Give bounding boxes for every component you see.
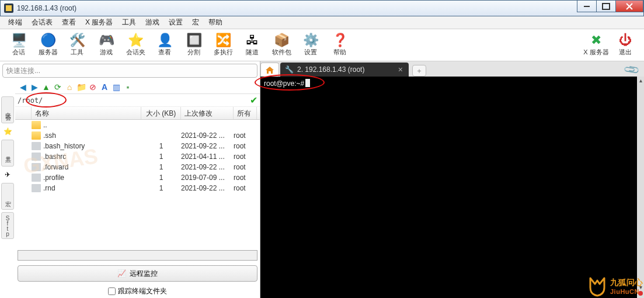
scroll-down-icon[interactable]: ▾ — [639, 283, 642, 291]
sidetab-icon-1[interactable]: ✈ — [1, 169, 14, 181]
menu-6[interactable]: 设置 — [164, 16, 187, 29]
file-row-5[interactable]: .profile12019-07-09 ...root — [15, 172, 260, 183]
ok-icon: ✔ — [250, 95, 257, 106]
col-owner[interactable]: 所有 — [234, 107, 257, 119]
track-folder-row[interactable]: 跟踪终端文件夹 — [15, 284, 260, 298]
file-owner: root — [234, 174, 257, 182]
terminal-scrollbar[interactable]: ▴ ▾ — [637, 77, 644, 298]
col-size[interactable]: 大小 (KB) — [141, 107, 181, 119]
track-folder-checkbox[interactable] — [108, 287, 116, 295]
menu-1[interactable]: 会话表 — [27, 16, 57, 29]
horizontal-scrollbar[interactable] — [18, 250, 257, 261]
file-owner: root — [234, 153, 257, 161]
toolbar-分割[interactable]: 🔲分割 — [180, 30, 208, 60]
toolbar-隧道[interactable]: 🖧隧道 — [238, 30, 266, 60]
toolbar-icon-11: ❓ — [332, 34, 348, 47]
sftp-file-list[interactable]: ...ssh2021-09-22 ...root.bash_history120… — [15, 120, 260, 248]
toolbar-label-11: 帮助 — [333, 48, 346, 57]
menu-0[interactable]: 终端 — [4, 16, 27, 29]
remote-monitor-button[interactable]: 📈 远程监控 — [18, 265, 257, 282]
refresh-icon[interactable]: ⟳ — [53, 82, 63, 92]
sidetab-会话夹[interactable]: 会话夹 — [1, 96, 14, 123]
scroll-up-icon[interactable]: ▴ — [639, 77, 642, 84]
tab-close-icon[interactable]: × — [398, 65, 403, 74]
toolbar-label-10: 设置 — [304, 48, 317, 57]
home-icon — [265, 66, 274, 74]
sftp-path-bar[interactable]: /root/ ✔ — [15, 94, 260, 107]
nav-back-icon[interactable]: ◀ — [18, 82, 28, 92]
toolbar-right-退出[interactable]: ⏻退出 — [611, 30, 639, 60]
toolbar-帮助[interactable]: ❓帮助 — [326, 30, 354, 60]
toolbar-服务器[interactable]: 🔵服务器 — [34, 30, 62, 60]
track-folder-label: 跟踪终端文件夹 — [118, 286, 167, 296]
menu-5[interactable]: 游戏 — [141, 16, 164, 29]
sidetab-Sftp[interactable]: Sftp — [1, 212, 14, 239]
sftp-column-headers[interactable]: 名称 大小 (KB) 上次修改 所有 — [15, 107, 260, 120]
file-icon — [32, 131, 41, 140]
toolbar-right-X 服务器[interactable]: ✖X 服务器 — [582, 30, 610, 60]
file-owner: root — [234, 131, 257, 140]
file-row-6[interactable]: .rnd12021-09-22 ...root — [15, 183, 260, 193]
window-buttons — [577, 1, 643, 13]
new-folder-icon[interactable]: 📁 — [76, 82, 86, 92]
remote-monitor-label: 远程监控 — [130, 269, 158, 279]
side-tabs: 会话夹⭐工具✈宏Sftp — [1, 96, 14, 239]
file-icon — [32, 174, 41, 182]
quick-connect-input[interactable]: 快速连接... — [2, 64, 257, 78]
sidetab-宏[interactable]: 宏 — [1, 183, 14, 210]
toolbar-label-1: 服务器 — [39, 48, 58, 57]
menu-8[interactable]: 帮助 — [204, 16, 227, 29]
sidetab-icon-0[interactable]: ⭐ — [1, 126, 14, 137]
toolbar-label-0: 会话 — [12, 48, 25, 57]
toolbar-label-5: 查看 — [158, 48, 171, 57]
nav-up-icon[interactable]: ▲ — [41, 82, 51, 92]
toolbar-icon-1: 🔵 — [40, 34, 56, 47]
close-button[interactable] — [615, 1, 643, 12]
terminal-open-icon[interactable]: ▪ — [123, 82, 133, 92]
app-icon — [4, 4, 13, 13]
col-name[interactable]: 名称 — [32, 107, 141, 119]
menu-2[interactable]: 查看 — [57, 16, 81, 29]
sidetab-工具[interactable]: 工具 — [1, 140, 14, 167]
file-row-2[interactable]: .bash_history12021-09-22 ...root — [15, 141, 260, 151]
col-date[interactable]: 上次修改 — [181, 107, 234, 119]
terminal-tab[interactable]: 🔧 2. 192.168.1.43 (root) × — [280, 63, 409, 77]
file-owner: root — [234, 142, 257, 150]
toolbar-会话[interactable]: 🖥️会话 — [5, 30, 33, 60]
toolbar-软件包[interactable]: 📦软件包 — [267, 30, 295, 60]
menu-3[interactable]: X 服务器 — [81, 16, 117, 29]
maximize-button[interactable] — [596, 1, 616, 12]
file-date: 2021-09-22 ... — [181, 184, 234, 192]
toolbar-right-label-1: 退出 — [619, 48, 632, 57]
edit-icon[interactable]: A — [99, 82, 110, 92]
toolbar-游戏[interactable]: 🎮游戏 — [92, 30, 120, 60]
file-row-0[interactable]: .. — [15, 120, 260, 130]
file-size: 1 — [141, 163, 181, 171]
file-owner: root — [234, 163, 257, 171]
toolbar-icon-7: 🔀 — [215, 34, 231, 47]
menu-4[interactable]: 工具 — [117, 16, 141, 29]
file-icon — [32, 163, 41, 171]
terminal-output[interactable]: root@pve:~# — [260, 77, 644, 298]
home-tab[interactable] — [260, 63, 279, 77]
add-tab-button[interactable]: ＋ — [412, 65, 426, 77]
window-title: 192.168.1.43 (root) — [17, 4, 76, 12]
toolbar-设置[interactable]: ⚙️设置 — [297, 30, 325, 60]
home-icon[interactable]: ⌂ — [64, 82, 75, 92]
file-row-1[interactable]: .ssh2021-09-22 ...root — [15, 130, 260, 141]
file-row-4[interactable]: .forward12021-09-22 ...root — [15, 162, 260, 172]
file-row-3[interactable]: .bashrc12021-04-11 ...root — [15, 151, 260, 162]
toolbar-会话夹[interactable]: ⭐会话夹 — [121, 30, 149, 60]
terminal-prompt: root@pve:~# — [264, 79, 304, 88]
paperclip-icon[interactable]: 📎 — [623, 61, 641, 79]
toolbar-icon-9: 📦 — [274, 34, 290, 47]
file-name: .bash_history — [43, 142, 141, 150]
toolbar-多执行[interactable]: 🔀多执行 — [209, 30, 237, 60]
minimize-button[interactable] — [577, 1, 597, 12]
toolbar-查看[interactable]: 👤查看 — [151, 30, 179, 60]
menu-7[interactable]: 宏 — [187, 16, 204, 29]
columns-icon[interactable]: ▥ — [111, 82, 121, 92]
nav-fwd-icon[interactable]: ▶ — [29, 82, 40, 92]
delete-icon[interactable]: ⊘ — [88, 82, 98, 92]
toolbar-工具[interactable]: 🛠️工具 — [63, 30, 91, 60]
